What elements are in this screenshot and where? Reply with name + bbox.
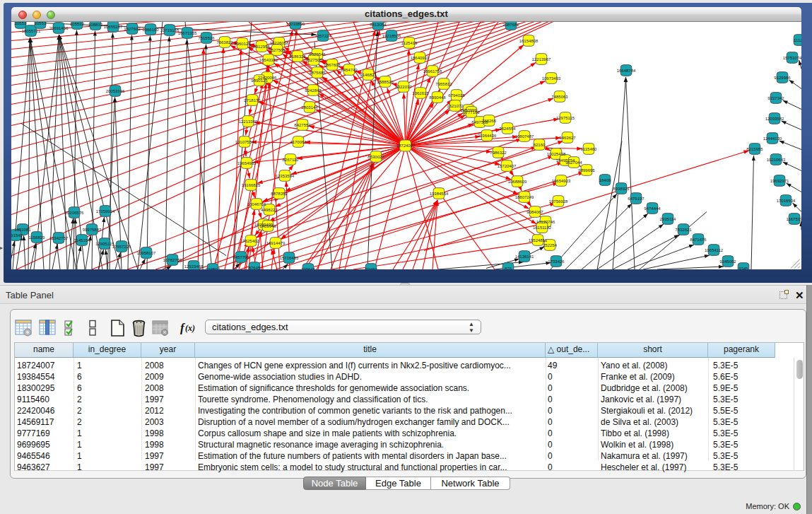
svg-text:10958107: 10958107 [137, 251, 156, 255]
svg-text:10655287: 10655287 [104, 25, 123, 29]
svg-text:10973493: 10973493 [542, 76, 561, 81]
svg-text:18055721: 18055721 [22, 29, 41, 33]
svg-text:8938921: 8938921 [613, 187, 630, 191]
svg-text:16961758: 16961758 [423, 69, 442, 74]
svg-text:9115460: 9115460 [581, 147, 598, 151]
svg-text:18807249: 18807249 [515, 195, 534, 199]
svg-text:10688609: 10688609 [508, 180, 527, 184]
svg-text:1409949: 1409949 [259, 224, 276, 228]
svg-text:7485063: 7485063 [551, 95, 568, 99]
svg-text:7955812: 7955812 [435, 82, 452, 86]
svg-text:7357224: 7357224 [314, 34, 331, 38]
svg-text:99975887: 99975887 [83, 228, 102, 232]
svg-text:17016504: 17016504 [777, 199, 796, 203]
svg-text:10120746: 10120746 [536, 220, 555, 224]
svg-text:108832: 108832 [88, 23, 103, 27]
svg-text:7515526: 7515526 [198, 36, 215, 40]
svg-text:19654985: 19654985 [237, 161, 257, 165]
svg-text:2935114: 2935114 [660, 217, 677, 221]
svg-text:62160: 62160 [534, 143, 546, 147]
svg-text:7832621: 7832621 [675, 228, 692, 232]
svg-text:15716485: 15716485 [280, 256, 299, 260]
svg-text:20364436: 20364436 [478, 134, 497, 138]
svg-text:1362615: 1362615 [412, 91, 429, 95]
svg-text:1588520: 1588520 [377, 80, 394, 84]
svg-text:18640910: 18640910 [411, 56, 430, 60]
svg-text:7625402: 7625402 [242, 239, 259, 243]
svg-text:2867608: 2867608 [324, 63, 341, 67]
svg-text:16543382: 16543382 [259, 58, 278, 62]
svg-text:19654923: 19654923 [552, 179, 571, 183]
svg-text:9527506: 9527506 [269, 48, 286, 52]
svg-text:8960125: 8960125 [234, 42, 251, 46]
svg-text:8427552: 8427552 [294, 123, 311, 127]
svg-text:10046766: 10046766 [247, 202, 266, 206]
svg-text:87645: 87645 [249, 266, 261, 269]
svg-text:4498222: 4498222 [261, 208, 278, 212]
svg-text:10025438: 10025438 [547, 152, 566, 156]
svg-text:391549: 391549 [11, 233, 23, 238]
svg-text:4170064: 4170064 [290, 140, 307, 144]
svg-text:(x): (x) [185, 323, 195, 333]
svg-text:10654112: 10654112 [705, 248, 724, 252]
svg-text:20553: 20553 [35, 22, 47, 25]
svg-text:1125419: 1125419 [401, 41, 418, 45]
svg-text:9129966: 9129966 [774, 76, 791, 80]
svg-text:92450: 92450 [365, 267, 377, 269]
svg-text:10719155: 10719155 [160, 28, 180, 33]
svg-text:12342757: 12342757 [49, 236, 69, 240]
svg-text:9527508: 9527508 [305, 58, 322, 62]
svg-text:1853081: 1853081 [14, 228, 31, 232]
svg-text:8990448: 8990448 [429, 95, 446, 100]
svg-text:1733426: 1733426 [548, 259, 565, 264]
svg-text:9146821: 9146821 [360, 73, 377, 77]
svg-text:14136141: 14136141 [515, 255, 534, 259]
svg-text:9457791: 9457791 [233, 255, 249, 259]
svg-text:16648784: 16648784 [617, 69, 636, 73]
svg-text:19756928: 19756928 [549, 199, 568, 204]
svg-text:8267110: 8267110 [283, 158, 300, 162]
svg-text:20206576: 20206576 [65, 211, 84, 215]
svg-text:9345: 9345 [739, 267, 748, 269]
svg-text:105532: 105532 [70, 22, 85, 26]
svg-text:2803144: 2803144 [301, 105, 318, 110]
svg-text:7663822: 7663822 [216, 40, 233, 45]
svg-text:9899695: 9899695 [578, 168, 595, 173]
svg-text:16409: 16409 [599, 178, 611, 182]
svg-text:9242848: 9242848 [305, 88, 322, 93]
svg-text:9527044: 9527044 [565, 160, 582, 165]
svg-text:15720407: 15720407 [498, 164, 517, 168]
svg-text:16671355: 16671355 [178, 31, 197, 35]
svg-text:6479197: 6479197 [628, 197, 645, 201]
svg-text:7986322: 7986322 [490, 151, 507, 155]
svg-text:12353594: 12353594 [276, 174, 295, 178]
svg-text:12213369: 12213369 [239, 119, 258, 124]
svg-text:10210643: 10210643 [767, 158, 786, 162]
svg-text:2718176: 2718176 [244, 98, 261, 103]
svg-text:12444130: 12444130 [763, 136, 782, 141]
svg-text:9245652: 9245652 [719, 259, 736, 264]
svg-text:10807487: 10807487 [515, 134, 534, 139]
svg-text:16033809: 16033809 [286, 22, 305, 26]
svg-text:876: 876 [505, 267, 512, 269]
svg-text:252254: 252254 [543, 243, 558, 247]
svg-text:12923468: 12923468 [184, 264, 204, 269]
svg-text:6794028: 6794028 [448, 93, 465, 98]
svg-text:12093582: 12093582 [765, 117, 784, 121]
svg-text:8186328: 8186328 [289, 54, 306, 59]
svg-text:15226058: 15226058 [270, 41, 289, 45]
svg-text:8322037: 8322037 [395, 85, 412, 89]
svg-text:1167533: 1167533 [787, 217, 801, 221]
svg-text:8454749: 8454749 [341, 68, 358, 72]
svg-text:19384554: 19384554 [430, 192, 449, 196]
svg-text:10107554: 10107554 [235, 140, 254, 144]
svg-text:9227342: 9227342 [767, 96, 784, 100]
svg-text:9777169: 9777169 [463, 110, 480, 115]
svg-text:746266: 746266 [482, 119, 497, 123]
svg-text:16151132: 16151132 [533, 226, 552, 230]
svg-text:9463627: 9463627 [559, 136, 576, 140]
svg-text:15751074: 15751074 [783, 56, 801, 60]
svg-text:12975115: 12975115 [556, 116, 575, 120]
svg-text:17359924: 17359924 [96, 209, 115, 214]
svg-text:2087682: 2087682 [502, 23, 519, 27]
